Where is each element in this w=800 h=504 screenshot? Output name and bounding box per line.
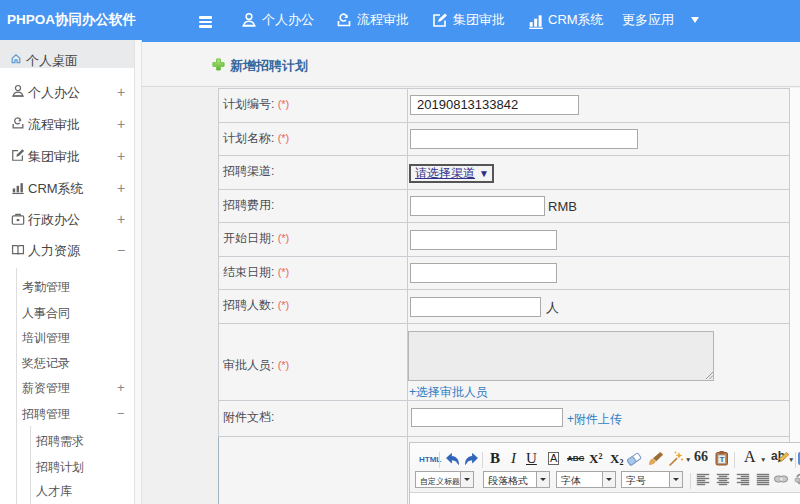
- svg-text:T: T: [720, 455, 725, 464]
